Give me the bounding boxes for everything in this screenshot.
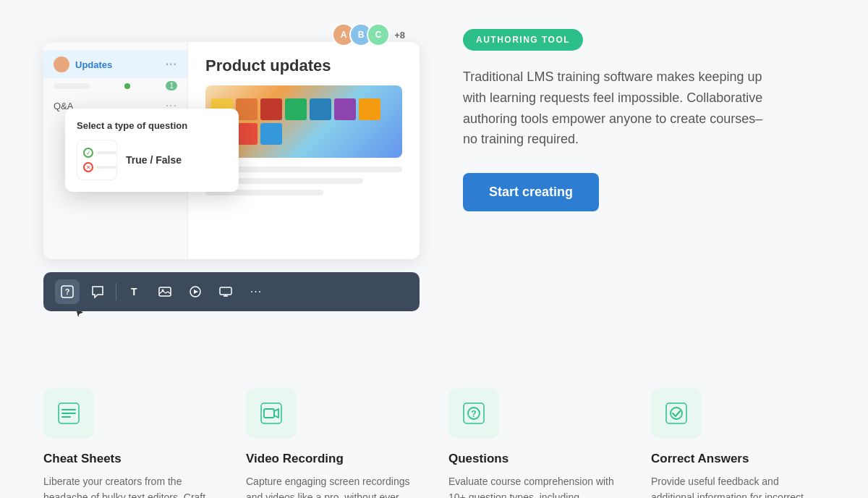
right-description: Traditional LMS training software makes …: [463, 67, 767, 150]
correct-answers-icon: [663, 400, 689, 426]
check-row: ✓: [83, 148, 116, 158]
x-row: ✕: [83, 162, 116, 172]
correct-answers-icon-box: [651, 388, 702, 439]
svg-rect-22: [666, 403, 686, 423]
svg-text:?: ?: [471, 409, 476, 419]
toolbar-image-btn[interactable]: [153, 279, 177, 304]
cheat-sheets-desc: Liberate your creators from the headache…: [43, 473, 217, 498]
svg-marker-6: [194, 290, 198, 294]
cheat-sheets-icon-box: [43, 388, 94, 439]
cheat-sheets-icon: [56, 400, 82, 426]
x-circle-icon: ✕: [83, 162, 93, 172]
feature-cheat-sheets: Cheat Sheets Liberate your creators from…: [43, 388, 217, 498]
correct-answers-desc: Provide useful feedback and additional i…: [651, 473, 825, 498]
video-recording-title: Video Recording: [246, 452, 420, 466]
question-type-label: True / False: [126, 154, 182, 166]
question-popup: Select a type of question ✓ ✕ True / Fal…: [65, 109, 239, 192]
sidebar-avatar: [54, 56, 69, 72]
questions-title: Questions: [448, 452, 622, 466]
authoring-badge: AUTHORING TOOL: [463, 29, 583, 51]
toolbar-chat-btn[interactable]: [85, 279, 110, 304]
questions-desc: Evaluate course comprehension with 10+ q…: [448, 473, 622, 498]
svg-rect-7: [220, 287, 231, 295]
video-recording-icon: [258, 400, 284, 426]
question-type-icon: ✓ ✕: [77, 140, 117, 180]
video-recording-desc: Capture engaging screen recordings and v…: [246, 473, 420, 498]
check-circle-icon: ✓: [83, 148, 93, 158]
feature-video-recording: Video Recording Capture engaging screen …: [246, 388, 420, 498]
start-creating-button[interactable]: Start creating: [463, 173, 599, 211]
svg-rect-3: [159, 287, 171, 296]
avatars-row: A B C +8: [332, 23, 405, 46]
left-panel: A B C +8 Updates ··· 1: [43, 14, 420, 323]
questions-icon: ?: [461, 400, 487, 426]
mockup-toolbar: ? T: [43, 272, 420, 311]
correct-answers-title: Correct Answers: [651, 452, 825, 466]
check-line-1: [96, 151, 116, 154]
avatar-3: C: [367, 23, 390, 46]
question-type-item: ✓ ✕ True / False: [77, 140, 227, 180]
video-recording-icon-box: [246, 388, 297, 439]
feature-questions: ? Questions Evaluate course comprehensio…: [448, 388, 622, 498]
features-section: Cheat Sheets Liberate your creators from…: [0, 352, 868, 498]
sidebar-updates-label: Updates: [75, 59, 112, 70]
toolbar-text-btn[interactable]: T: [122, 279, 147, 304]
sidebar-updates: Updates ···: [43, 51, 187, 78]
sidebar-dots-1: ···: [166, 58, 177, 71]
svg-text:?: ?: [65, 287, 70, 296]
toolbar-more-btn[interactable]: ···: [244, 279, 268, 304]
mockup-title: Product updates: [205, 56, 402, 75]
cheat-sheets-title: Cheat Sheets: [43, 452, 217, 466]
toolbar-screen-btn[interactable]: [213, 279, 238, 304]
toolbar-question-btn[interactable]: ?: [55, 279, 80, 304]
avatar-count: +8: [394, 30, 405, 41]
right-panel: AUTHORING TOOL Traditional LMS training …: [463, 14, 825, 211]
questions-icon-box: ?: [448, 388, 499, 439]
toolbar-divider-1: [116, 283, 116, 300]
question-popup-title: Select a type of question: [77, 120, 227, 131]
toolbar-video-btn[interactable]: [183, 279, 208, 304]
top-section: A B C +8 Updates ··· 1: [0, 0, 868, 352]
check-line-2: [96, 166, 116, 169]
svg-text:T: T: [131, 286, 137, 297]
feature-correct-answers: Correct Answers Provide useful feedback …: [651, 388, 825, 498]
